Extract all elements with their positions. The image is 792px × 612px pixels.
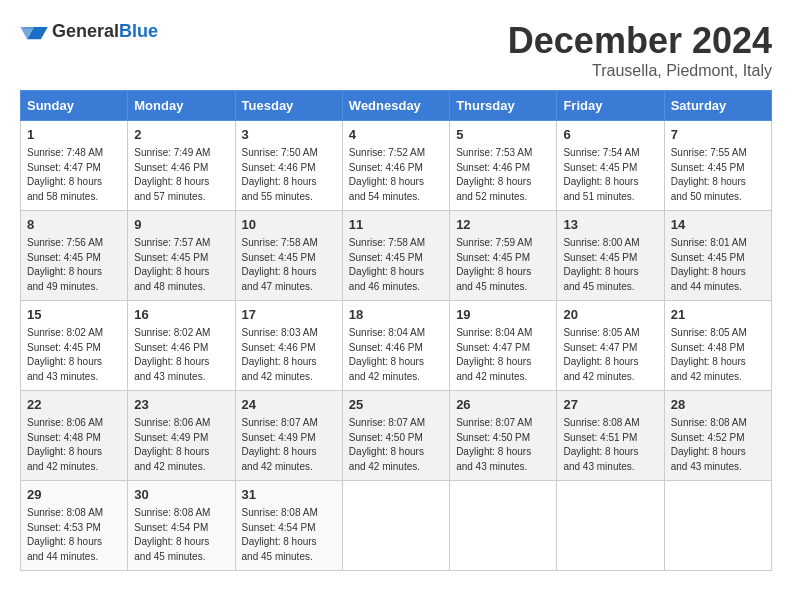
day-number: 11 (349, 216, 443, 234)
day-info: Sunrise: 8:07 AMSunset: 4:50 PMDaylight:… (349, 416, 443, 474)
column-header-tuesday: Tuesday (235, 91, 342, 121)
day-cell: 10Sunrise: 7:58 AMSunset: 4:45 PMDayligh… (235, 211, 342, 301)
day-cell: 30Sunrise: 8:08 AMSunset: 4:54 PMDayligh… (128, 481, 235, 571)
day-number: 12 (456, 216, 550, 234)
day-cell: 4Sunrise: 7:52 AMSunset: 4:46 PMDaylight… (342, 121, 449, 211)
week-row-2: 8Sunrise: 7:56 AMSunset: 4:45 PMDaylight… (21, 211, 772, 301)
logo-blue: Blue (119, 21, 158, 41)
day-cell (342, 481, 449, 571)
day-cell: 13Sunrise: 8:00 AMSunset: 4:45 PMDayligh… (557, 211, 664, 301)
day-number: 2 (134, 126, 228, 144)
day-number: 30 (134, 486, 228, 504)
day-number: 13 (563, 216, 657, 234)
page-header: GeneralBlue December 2024 Trausella, Pie… (20, 20, 772, 80)
day-cell: 7Sunrise: 7:55 AMSunset: 4:45 PMDaylight… (664, 121, 771, 211)
day-cell (664, 481, 771, 571)
day-info: Sunrise: 8:04 AMSunset: 4:46 PMDaylight:… (349, 326, 443, 384)
calendar-header-row: SundayMondayTuesdayWednesdayThursdayFrid… (21, 91, 772, 121)
day-cell: 15Sunrise: 8:02 AMSunset: 4:45 PMDayligh… (21, 301, 128, 391)
day-info: Sunrise: 8:08 AMSunset: 4:54 PMDaylight:… (134, 506, 228, 564)
day-cell: 21Sunrise: 8:05 AMSunset: 4:48 PMDayligh… (664, 301, 771, 391)
day-cell (557, 481, 664, 571)
week-row-4: 22Sunrise: 8:06 AMSunset: 4:48 PMDayligh… (21, 391, 772, 481)
day-cell: 29Sunrise: 8:08 AMSunset: 4:53 PMDayligh… (21, 481, 128, 571)
day-info: Sunrise: 8:02 AMSunset: 4:45 PMDaylight:… (27, 326, 121, 384)
day-cell: 11Sunrise: 7:58 AMSunset: 4:45 PMDayligh… (342, 211, 449, 301)
location-title: Trausella, Piedmont, Italy (508, 62, 772, 80)
day-info: Sunrise: 7:49 AMSunset: 4:46 PMDaylight:… (134, 146, 228, 204)
day-cell: 18Sunrise: 8:04 AMSunset: 4:46 PMDayligh… (342, 301, 449, 391)
week-row-5: 29Sunrise: 8:08 AMSunset: 4:53 PMDayligh… (21, 481, 772, 571)
day-info: Sunrise: 7:48 AMSunset: 4:47 PMDaylight:… (27, 146, 121, 204)
day-number: 14 (671, 216, 765, 234)
day-info: Sunrise: 8:05 AMSunset: 4:47 PMDaylight:… (563, 326, 657, 384)
day-cell: 25Sunrise: 8:07 AMSunset: 4:50 PMDayligh… (342, 391, 449, 481)
day-info: Sunrise: 8:01 AMSunset: 4:45 PMDaylight:… (671, 236, 765, 294)
day-number: 22 (27, 396, 121, 414)
day-number: 19 (456, 306, 550, 324)
column-header-friday: Friday (557, 91, 664, 121)
day-number: 16 (134, 306, 228, 324)
day-info: Sunrise: 7:54 AMSunset: 4:45 PMDaylight:… (563, 146, 657, 204)
day-cell: 24Sunrise: 8:07 AMSunset: 4:49 PMDayligh… (235, 391, 342, 481)
calendar-table: SundayMondayTuesdayWednesdayThursdayFrid… (20, 90, 772, 571)
logo: GeneralBlue (20, 20, 158, 42)
day-number: 1 (27, 126, 121, 144)
day-cell: 17Sunrise: 8:03 AMSunset: 4:46 PMDayligh… (235, 301, 342, 391)
day-number: 15 (27, 306, 121, 324)
day-cell: 19Sunrise: 8:04 AMSunset: 4:47 PMDayligh… (450, 301, 557, 391)
day-cell (450, 481, 557, 571)
day-info: Sunrise: 8:00 AMSunset: 4:45 PMDaylight:… (563, 236, 657, 294)
day-info: Sunrise: 7:58 AMSunset: 4:45 PMDaylight:… (349, 236, 443, 294)
day-info: Sunrise: 8:08 AMSunset: 4:51 PMDaylight:… (563, 416, 657, 474)
day-info: Sunrise: 8:03 AMSunset: 4:46 PMDaylight:… (242, 326, 336, 384)
day-cell: 27Sunrise: 8:08 AMSunset: 4:51 PMDayligh… (557, 391, 664, 481)
day-number: 21 (671, 306, 765, 324)
day-cell: 26Sunrise: 8:07 AMSunset: 4:50 PMDayligh… (450, 391, 557, 481)
svg-rect-2 (24, 27, 45, 29)
day-number: 20 (563, 306, 657, 324)
day-number: 4 (349, 126, 443, 144)
day-number: 26 (456, 396, 550, 414)
day-info: Sunrise: 7:50 AMSunset: 4:46 PMDaylight:… (242, 146, 336, 204)
day-cell: 22Sunrise: 8:06 AMSunset: 4:48 PMDayligh… (21, 391, 128, 481)
month-title: December 2024 (508, 20, 772, 62)
day-info: Sunrise: 7:58 AMSunset: 4:45 PMDaylight:… (242, 236, 336, 294)
day-number: 24 (242, 396, 336, 414)
day-info: Sunrise: 8:06 AMSunset: 4:49 PMDaylight:… (134, 416, 228, 474)
day-cell: 16Sunrise: 8:02 AMSunset: 4:46 PMDayligh… (128, 301, 235, 391)
day-number: 10 (242, 216, 336, 234)
day-number: 6 (563, 126, 657, 144)
day-cell: 12Sunrise: 7:59 AMSunset: 4:45 PMDayligh… (450, 211, 557, 301)
day-number: 7 (671, 126, 765, 144)
title-block: December 2024 Trausella, Piedmont, Italy (508, 20, 772, 80)
day-info: Sunrise: 7:55 AMSunset: 4:45 PMDaylight:… (671, 146, 765, 204)
day-cell: 2Sunrise: 7:49 AMSunset: 4:46 PMDaylight… (128, 121, 235, 211)
day-number: 17 (242, 306, 336, 324)
day-number: 8 (27, 216, 121, 234)
day-info: Sunrise: 7:56 AMSunset: 4:45 PMDaylight:… (27, 236, 121, 294)
column-header-monday: Monday (128, 91, 235, 121)
day-cell: 28Sunrise: 8:08 AMSunset: 4:52 PMDayligh… (664, 391, 771, 481)
logo-text: GeneralBlue (52, 21, 158, 42)
day-cell: 1Sunrise: 7:48 AMSunset: 4:47 PMDaylight… (21, 121, 128, 211)
day-cell: 6Sunrise: 7:54 AMSunset: 4:45 PMDaylight… (557, 121, 664, 211)
day-info: Sunrise: 8:08 AMSunset: 4:53 PMDaylight:… (27, 506, 121, 564)
day-cell: 5Sunrise: 7:53 AMSunset: 4:46 PMDaylight… (450, 121, 557, 211)
column-header-thursday: Thursday (450, 91, 557, 121)
day-cell: 31Sunrise: 8:08 AMSunset: 4:54 PMDayligh… (235, 481, 342, 571)
logo-icon (20, 20, 48, 42)
day-number: 23 (134, 396, 228, 414)
day-cell: 3Sunrise: 7:50 AMSunset: 4:46 PMDaylight… (235, 121, 342, 211)
column-header-wednesday: Wednesday (342, 91, 449, 121)
day-number: 31 (242, 486, 336, 504)
logo-general: General (52, 21, 119, 41)
day-number: 3 (242, 126, 336, 144)
day-info: Sunrise: 7:52 AMSunset: 4:46 PMDaylight:… (349, 146, 443, 204)
day-number: 5 (456, 126, 550, 144)
day-info: Sunrise: 8:05 AMSunset: 4:48 PMDaylight:… (671, 326, 765, 384)
day-info: Sunrise: 7:59 AMSunset: 4:45 PMDaylight:… (456, 236, 550, 294)
day-cell: 23Sunrise: 8:06 AMSunset: 4:49 PMDayligh… (128, 391, 235, 481)
day-info: Sunrise: 7:53 AMSunset: 4:46 PMDaylight:… (456, 146, 550, 204)
day-number: 18 (349, 306, 443, 324)
